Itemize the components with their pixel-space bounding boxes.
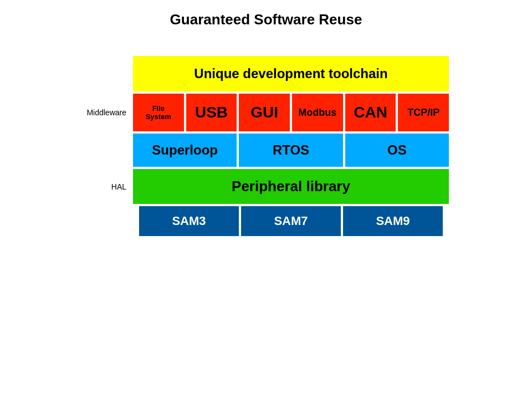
sam-sam9: SAM9	[343, 206, 443, 236]
sam-row: SAM3 SAM7 SAM9	[83, 206, 449, 236]
middleware-row: Middleware FileSystem USB GUI Modbus CAN…	[83, 94, 449, 131]
rtos-os: OS	[345, 134, 449, 167]
hal-label: HAL	[83, 182, 133, 191]
toolchain-block: Unique development toolchain	[133, 56, 449, 91]
rtos-superloop: Superloop	[133, 134, 237, 167]
sam-blocks: SAM3 SAM7 SAM9	[133, 206, 449, 236]
rtos-blocks: Superloop RTOS OS	[133, 134, 449, 167]
rtos-content: Superloop RTOS OS	[133, 134, 449, 167]
sam-content: SAM3 SAM7 SAM9	[133, 206, 449, 236]
sam-sam7: SAM7	[241, 206, 341, 236]
mw-filesystem: FileSystem	[133, 94, 184, 131]
middleware-content: FileSystem USB GUI Modbus CAN TCP/IP	[133, 94, 449, 131]
toolchain-row: Unique development toolchain	[83, 56, 449, 91]
hal-content: Peripheral library	[133, 169, 449, 204]
middleware-label: Middleware	[83, 108, 133, 117]
hal-block: Peripheral library	[133, 169, 449, 204]
mw-tcpip: TCP/IP	[398, 94, 449, 131]
sam-sam3: SAM3	[139, 206, 239, 236]
page-title: Guaranteed Software Reuse	[170, 11, 362, 28]
rtos-row: Superloop RTOS OS	[83, 134, 449, 167]
page: Guaranteed Software Reuse Unique develop…	[0, 0, 532, 399]
middleware-blocks: FileSystem USB GUI Modbus CAN TCP/IP	[133, 94, 449, 131]
diagram: Unique development toolchain Middleware …	[83, 56, 449, 238]
mw-gui: GUI	[239, 94, 290, 131]
rtos-rtos: RTOS	[239, 134, 342, 167]
mw-modbus: Modbus	[292, 94, 343, 131]
hal-row: HAL Peripheral library	[83, 169, 449, 204]
toolchain-content: Unique development toolchain	[133, 56, 449, 91]
mw-usb: USB	[186, 94, 237, 131]
mw-can: CAN	[345, 94, 396, 131]
